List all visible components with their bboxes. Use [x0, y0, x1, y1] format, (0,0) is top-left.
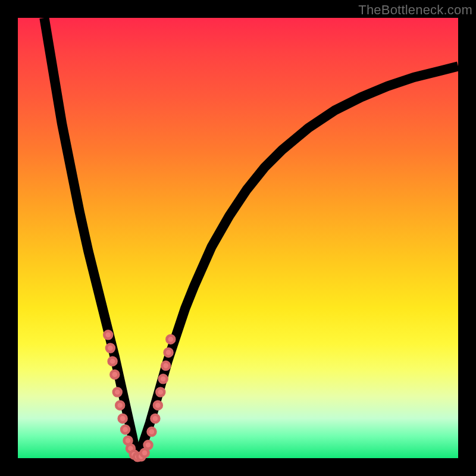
data-marker — [141, 449, 149, 457]
data-marker — [154, 402, 162, 409]
data-marker — [162, 362, 170, 369]
data-marker — [109, 358, 117, 365]
data-marker — [148, 428, 155, 436]
watermark-text: TheBottleneck.com — [358, 2, 472, 18]
data-marker — [111, 371, 118, 378]
data-marker — [165, 349, 173, 356]
data-marker — [121, 425, 129, 433]
data-marker — [156, 388, 164, 396]
data-marker — [119, 415, 127, 422]
data-marker — [151, 415, 159, 422]
data-marker — [159, 375, 167, 383]
chart-overlay — [18, 18, 458, 458]
data-marker — [104, 331, 112, 339]
bottleneck-curve — [44, 18, 458, 458]
chart-stage: TheBottleneck.com — [0, 0, 476, 476]
data-marker — [145, 441, 152, 449]
data-marker — [116, 402, 124, 409]
data-marker — [114, 388, 121, 396]
data-marker — [124, 437, 131, 444]
data-marker — [107, 344, 114, 352]
data-marker — [167, 336, 174, 343]
